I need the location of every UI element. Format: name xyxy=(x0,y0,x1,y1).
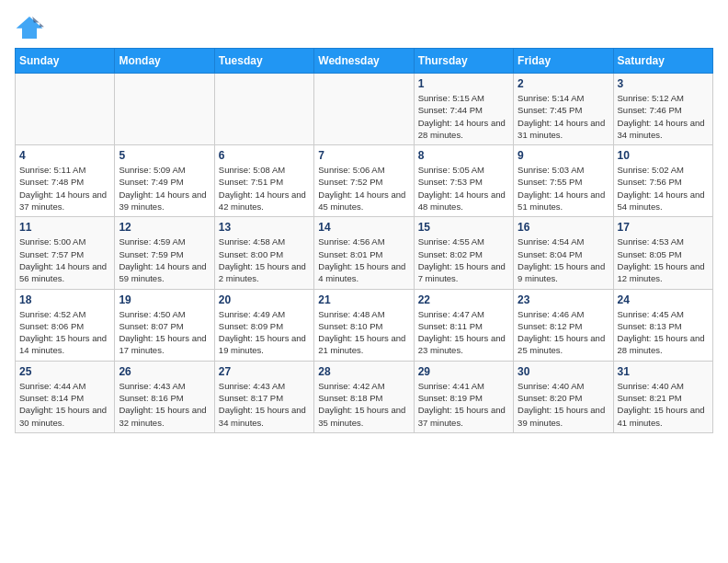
calendar-day-cell: 9Sunrise: 5:03 AMSunset: 7:55 PMDaylight… xyxy=(514,145,613,217)
calendar-table: SundayMondayTuesdayWednesdayThursdayFrid… xyxy=(15,48,713,433)
day-number: 9 xyxy=(518,149,609,162)
calendar-day-cell: 23Sunrise: 4:46 AMSunset: 8:12 PMDayligh… xyxy=(514,289,613,361)
calendar-day-cell xyxy=(115,74,214,145)
calendar-day-cell: 31Sunrise: 4:40 AMSunset: 8:21 PMDayligh… xyxy=(613,361,712,432)
day-info: Sunrise: 4:43 AMSunset: 8:17 PMDaylight:… xyxy=(219,380,310,429)
day-number: 14 xyxy=(318,221,409,234)
calendar-day-cell xyxy=(16,74,115,145)
day-number: 24 xyxy=(618,293,709,306)
calendar-week-row: 18Sunrise: 4:52 AMSunset: 8:06 PMDayligh… xyxy=(16,289,713,361)
day-number: 5 xyxy=(119,149,210,162)
calendar-day-cell: 28Sunrise: 4:42 AMSunset: 8:18 PMDayligh… xyxy=(314,361,414,432)
day-info: Sunrise: 4:45 AMSunset: 8:13 PMDaylight:… xyxy=(618,308,709,357)
day-info: Sunrise: 5:15 AMSunset: 7:44 PMDaylight:… xyxy=(418,92,509,141)
calendar-day-cell xyxy=(214,74,313,145)
day-info: Sunrise: 4:56 AMSunset: 8:01 PMDaylight:… xyxy=(318,236,409,284)
day-info: Sunrise: 5:03 AMSunset: 7:55 PMDaylight:… xyxy=(518,164,609,213)
calendar-day-cell: 3Sunrise: 5:12 AMSunset: 7:46 PMDaylight… xyxy=(613,74,712,145)
calendar-day-cell: 12Sunrise: 4:59 AMSunset: 7:59 PMDayligh… xyxy=(115,217,214,289)
day-info: Sunrise: 4:46 AMSunset: 8:12 PMDaylight:… xyxy=(518,308,609,357)
day-info: Sunrise: 4:44 AMSunset: 8:14 PMDaylight:… xyxy=(19,380,110,429)
day-number: 1 xyxy=(418,77,509,90)
day-info: Sunrise: 5:12 AMSunset: 7:46 PMDaylight:… xyxy=(618,92,709,141)
day-number: 12 xyxy=(119,221,210,234)
calendar-day-cell: 29Sunrise: 4:41 AMSunset: 8:19 PMDayligh… xyxy=(414,361,513,432)
day-info: Sunrise: 4:40 AMSunset: 8:21 PMDaylight:… xyxy=(618,380,709,429)
day-number: 7 xyxy=(318,149,409,162)
calendar-day-cell: 4Sunrise: 5:11 AMSunset: 7:48 PMDaylight… xyxy=(16,145,115,217)
day-info: Sunrise: 4:41 AMSunset: 8:19 PMDaylight:… xyxy=(418,380,509,429)
weekday-header: Sunday xyxy=(16,49,115,74)
page-header xyxy=(15,15,713,40)
calendar-day-cell: 20Sunrise: 4:49 AMSunset: 8:09 PMDayligh… xyxy=(214,289,313,361)
day-info: Sunrise: 4:40 AMSunset: 8:20 PMDaylight:… xyxy=(518,380,609,429)
weekday-header: Wednesday xyxy=(314,49,414,74)
day-number: 17 xyxy=(618,221,709,234)
day-info: Sunrise: 5:08 AMSunset: 7:51 PMDaylight:… xyxy=(219,164,310,213)
day-info: Sunrise: 4:58 AMSunset: 8:00 PMDaylight:… xyxy=(219,236,310,284)
day-info: Sunrise: 5:09 AMSunset: 7:49 PMDaylight:… xyxy=(119,164,210,213)
calendar-day-cell: 11Sunrise: 5:00 AMSunset: 7:57 PMDayligh… xyxy=(16,217,115,289)
logo xyxy=(15,15,48,40)
weekday-header: Monday xyxy=(115,49,214,74)
calendar-day-cell: 30Sunrise: 4:40 AMSunset: 8:20 PMDayligh… xyxy=(514,361,613,432)
calendar-day-cell: 27Sunrise: 4:43 AMSunset: 8:17 PMDayligh… xyxy=(214,361,313,432)
day-number: 16 xyxy=(518,221,609,234)
day-number: 29 xyxy=(418,365,509,378)
day-number: 8 xyxy=(418,149,509,162)
calendar-day-cell: 26Sunrise: 4:43 AMSunset: 8:16 PMDayligh… xyxy=(115,361,214,432)
day-info: Sunrise: 4:54 AMSunset: 8:04 PMDaylight:… xyxy=(518,236,609,284)
weekday-header: Tuesday xyxy=(214,49,313,74)
day-info: Sunrise: 4:49 AMSunset: 8:09 PMDaylight:… xyxy=(219,308,310,357)
day-info: Sunrise: 4:47 AMSunset: 8:11 PMDaylight:… xyxy=(418,308,509,357)
day-info: Sunrise: 5:14 AMSunset: 7:45 PMDaylight:… xyxy=(518,92,609,141)
day-number: 6 xyxy=(219,149,310,162)
calendar-day-cell: 13Sunrise: 4:58 AMSunset: 8:00 PMDayligh… xyxy=(214,217,313,289)
day-number: 23 xyxy=(518,293,609,306)
weekday-header: Saturday xyxy=(613,49,712,74)
calendar-day-cell: 24Sunrise: 4:45 AMSunset: 8:13 PMDayligh… xyxy=(613,289,712,361)
day-number: 26 xyxy=(119,365,210,378)
calendar-day-cell: 2Sunrise: 5:14 AMSunset: 7:45 PMDaylight… xyxy=(514,74,613,145)
day-info: Sunrise: 4:53 AMSunset: 8:05 PMDaylight:… xyxy=(618,236,709,284)
day-number: 27 xyxy=(219,365,310,378)
day-number: 13 xyxy=(219,221,310,234)
day-number: 18 xyxy=(19,293,110,306)
calendar-day-cell: 21Sunrise: 4:48 AMSunset: 8:10 PMDayligh… xyxy=(314,289,414,361)
logo-icon xyxy=(15,15,44,40)
day-number: 4 xyxy=(19,149,110,162)
calendar-week-row: 1Sunrise: 5:15 AMSunset: 7:44 PMDaylight… xyxy=(16,74,713,145)
day-number: 10 xyxy=(618,149,709,162)
calendar-day-cell: 6Sunrise: 5:08 AMSunset: 7:51 PMDaylight… xyxy=(214,145,313,217)
calendar-day-cell: 16Sunrise: 4:54 AMSunset: 8:04 PMDayligh… xyxy=(514,217,613,289)
day-info: Sunrise: 4:50 AMSunset: 8:07 PMDaylight:… xyxy=(119,308,210,357)
calendar-day-cell: 5Sunrise: 5:09 AMSunset: 7:49 PMDaylight… xyxy=(115,145,214,217)
calendar-day-cell: 7Sunrise: 5:06 AMSunset: 7:52 PMDaylight… xyxy=(314,145,414,217)
day-info: Sunrise: 5:11 AMSunset: 7:48 PMDaylight:… xyxy=(19,164,110,213)
day-number: 3 xyxy=(618,77,709,90)
day-info: Sunrise: 5:05 AMSunset: 7:53 PMDaylight:… xyxy=(418,164,509,213)
calendar-day-cell: 10Sunrise: 5:02 AMSunset: 7:56 PMDayligh… xyxy=(613,145,712,217)
calendar-day-cell: 22Sunrise: 4:47 AMSunset: 8:11 PMDayligh… xyxy=(414,289,513,361)
day-number: 19 xyxy=(119,293,210,306)
day-number: 20 xyxy=(219,293,310,306)
day-number: 11 xyxy=(19,221,110,234)
day-info: Sunrise: 4:43 AMSunset: 8:16 PMDaylight:… xyxy=(119,380,210,429)
day-info: Sunrise: 5:06 AMSunset: 7:52 PMDaylight:… xyxy=(318,164,409,213)
calendar-day-cell: 14Sunrise: 4:56 AMSunset: 8:01 PMDayligh… xyxy=(314,217,414,289)
day-number: 2 xyxy=(518,77,609,90)
calendar-day-cell: 17Sunrise: 4:53 AMSunset: 8:05 PMDayligh… xyxy=(613,217,712,289)
day-number: 30 xyxy=(518,365,609,378)
weekday-header: Thursday xyxy=(414,49,513,74)
day-info: Sunrise: 4:42 AMSunset: 8:18 PMDaylight:… xyxy=(318,380,409,429)
calendar-day-cell: 25Sunrise: 4:44 AMSunset: 8:14 PMDayligh… xyxy=(16,361,115,432)
day-number: 15 xyxy=(418,221,509,234)
day-info: Sunrise: 5:00 AMSunset: 7:57 PMDaylight:… xyxy=(19,236,110,284)
day-number: 25 xyxy=(19,365,110,378)
calendar-day-cell: 19Sunrise: 4:50 AMSunset: 8:07 PMDayligh… xyxy=(115,289,214,361)
day-info: Sunrise: 4:48 AMSunset: 8:10 PMDaylight:… xyxy=(318,308,409,357)
day-info: Sunrise: 4:52 AMSunset: 8:06 PMDaylight:… xyxy=(19,308,110,357)
day-number: 21 xyxy=(318,293,409,306)
day-number: 31 xyxy=(618,365,709,378)
calendar-week-row: 4Sunrise: 5:11 AMSunset: 7:48 PMDaylight… xyxy=(16,145,713,217)
